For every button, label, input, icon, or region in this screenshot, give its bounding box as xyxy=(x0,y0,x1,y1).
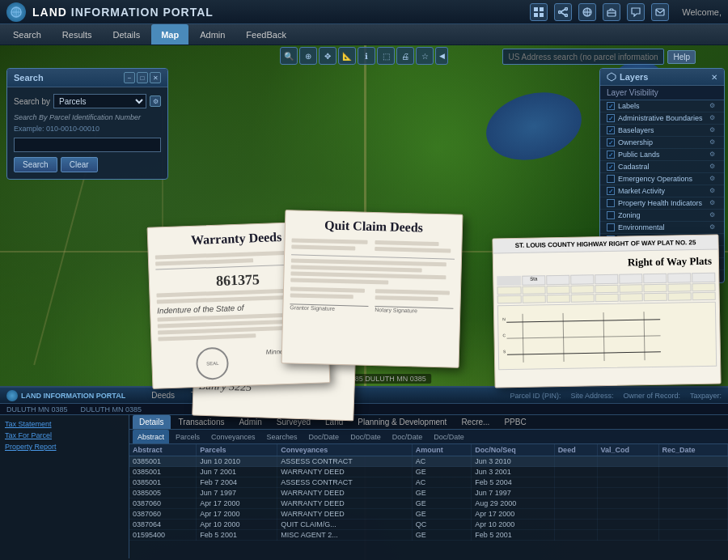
search-submit-btn[interactable]: Search xyxy=(14,157,57,172)
layer-checkbox[interactable]: ✓ xyxy=(607,102,615,110)
gear-icon[interactable]: ⚙ xyxy=(709,102,717,110)
table-row[interactable]: 0387060 Apr 17 2000 WARRANTY DEED GE Apr… xyxy=(129,509,728,520)
col-header-parcels: Parcels xyxy=(197,444,277,456)
tab-map[interactable]: Map xyxy=(151,24,188,45)
quit-claim-deeds-document[interactable]: Quit Claim Deeds xyxy=(281,210,463,368)
bookmark-btn[interactable]: ☆ xyxy=(416,47,434,65)
gear-icon[interactable]: ⚙ xyxy=(709,211,717,219)
tab-admin[interactable]: Admin xyxy=(190,24,235,45)
sub-tab-searches[interactable]: Searches xyxy=(262,430,303,443)
briefcase-icon[interactable] xyxy=(603,3,620,21)
identify-btn[interactable]: ℹ xyxy=(358,47,375,65)
table-row[interactable]: 0385005 Jun 7 1997 WARRANTY DEED GE Jun … xyxy=(129,488,728,498)
layer-checkbox[interactable] xyxy=(607,223,615,231)
panel-close-btn[interactable]: ✕ xyxy=(150,72,161,83)
table-row[interactable]: 0385001 Feb 7 2004 ASSESS CONTRACT AC Fe… xyxy=(129,477,728,488)
sub-tab-abstract[interactable]: Abstract xyxy=(133,430,169,443)
connect-icon[interactable] xyxy=(554,3,572,21)
layer-admin-boundaries[interactable]: ✓ Administrative Boundaries ⚙ xyxy=(600,112,724,125)
layer-checkbox[interactable] xyxy=(607,199,615,207)
tab-results[interactable]: Results xyxy=(53,24,102,45)
select-btn[interactable]: ⬚ xyxy=(377,47,395,65)
layer-cadastral[interactable]: ✓ Cadastral ⚙ xyxy=(600,161,724,173)
layer-checkbox[interactable] xyxy=(607,175,615,183)
search-clear-btn[interactable]: Clear xyxy=(61,157,98,172)
search-input[interactable] xyxy=(14,138,161,152)
pan-btn[interactable]: ✥ xyxy=(319,47,336,65)
layer-checkbox[interactable]: ✓ xyxy=(607,163,615,171)
globe-icon[interactable] xyxy=(578,3,596,21)
sub-tab-doc-date-1[interactable]: Doc/Date xyxy=(304,430,345,443)
layer-checkbox[interactable]: ✓ xyxy=(607,138,615,146)
layer-market-activity[interactable]: ✓ Market Activity ⚙ xyxy=(600,185,724,197)
svg-point-8 xyxy=(559,11,561,13)
search-options-btn[interactable]: ⚙ xyxy=(150,95,161,107)
layers-header-content: Layers xyxy=(607,72,648,82)
help-button[interactable]: Help xyxy=(667,50,696,64)
panel-restore-btn[interactable]: □ xyxy=(137,72,148,83)
data-tab-planning[interactable]: Planning & Development xyxy=(351,415,453,429)
zoom-in-btn[interactable]: 🔍 xyxy=(280,47,298,65)
layer-checkbox[interactable]: ✓ xyxy=(607,187,615,195)
layers-close-btn[interactable]: ✕ xyxy=(711,73,717,82)
layer-checkbox[interactable]: ✓ xyxy=(607,114,615,122)
col-header-abstract: Abstract xyxy=(129,444,197,456)
sub-tab-conveyances[interactable]: Conveyances xyxy=(206,430,260,443)
table-row[interactable]: 01595400 Feb 5 2001 MISC AGENT 2... GE F… xyxy=(129,530,728,541)
address-search-input[interactable] xyxy=(502,49,664,65)
gear-icon[interactable]: ⚙ xyxy=(709,223,717,231)
gear-icon[interactable]: ⚙ xyxy=(709,114,717,122)
data-tab-transactions[interactable]: Transactions xyxy=(172,415,231,429)
chat-icon[interactable] xyxy=(627,3,645,21)
lake-feature xyxy=(479,83,590,170)
gear-icon[interactable]: ⚙ xyxy=(709,151,717,159)
layer-checkbox[interactable]: ✓ xyxy=(607,126,615,134)
grid-icon[interactable] xyxy=(530,3,548,21)
gear-icon[interactable]: ⚙ xyxy=(709,175,717,183)
tab-feedback[interactable]: FeedBack xyxy=(236,24,296,45)
layer-public-lands[interactable]: ✓ Public Lands ⚙ xyxy=(600,149,724,161)
tab-search[interactable]: Search xyxy=(3,24,51,45)
layer-emergency-ops[interactable]: Emergency Operations ⚙ xyxy=(600,173,724,185)
data-tab-ppbc[interactable]: PPBC xyxy=(497,415,532,429)
tab-details[interactable]: Details xyxy=(104,24,150,45)
layer-baselayers[interactable]: ✓ Baselayers ⚙ xyxy=(600,125,724,137)
table-row[interactable]: 0385001 Jun 10 2010 ASSESS CONTRACT AC J… xyxy=(129,456,728,467)
layer-environmental[interactable]: Environmental ⚙ xyxy=(600,222,724,234)
table-row[interactable]: 0385001 Jun 7 2001 WARRANTY DEED GE Jun … xyxy=(129,467,728,477)
sub-tab-doc-date-2[interactable]: Doc/Date xyxy=(345,430,386,443)
mail-icon[interactable] xyxy=(651,3,669,21)
gear-icon[interactable]: ⚙ xyxy=(709,163,717,171)
data-tab-recre[interactable]: Recre... xyxy=(455,415,496,429)
sub-tab-doc-date-4[interactable]: Doc/Date xyxy=(429,430,469,443)
property-report-link[interactable]: Property Report xyxy=(5,443,57,451)
col-header-doc: Doc/No/Seq xyxy=(472,444,554,456)
zoom-extent-btn[interactable]: ⊕ xyxy=(299,47,317,65)
search-by-select[interactable]: Parcels xyxy=(53,94,146,108)
panel-minimize-btn[interactable]: − xyxy=(124,72,135,83)
data-tab-details[interactable]: Details xyxy=(133,415,171,429)
layer-checkbox[interactable] xyxy=(607,211,615,219)
svg-point-10 xyxy=(565,14,568,16)
layer-property-health[interactable]: Property Health Indicators ⚙ xyxy=(600,197,724,210)
gear-icon[interactable]: ⚙ xyxy=(709,138,717,146)
layer-checkbox[interactable]: ✓ xyxy=(607,151,615,159)
bottom-tab-deeds[interactable]: Deeds xyxy=(145,391,181,400)
collapse-toolbar-btn[interactable]: ◀ xyxy=(435,47,448,65)
layer-zoning[interactable]: Zoning ⚙ xyxy=(600,210,724,222)
print-btn[interactable]: 🖨 xyxy=(396,47,414,65)
gear-icon[interactable]: ⚙ xyxy=(709,187,717,195)
layer-labels[interactable]: ✓ Labels ⚙ xyxy=(600,100,724,112)
property-report-link-row: Property Report xyxy=(5,443,124,451)
row-plat-document[interactable]: ST. LOUIS COUNTY HIGHWAY RIGHT OF WAY PL… xyxy=(492,235,721,388)
tax-statement-link[interactable]: Tax Statement xyxy=(5,420,52,428)
gear-icon[interactable]: ⚙ xyxy=(709,126,717,134)
table-row[interactable]: 0387064 Apr 10 2000 QUIT CLAIM/G... QC A… xyxy=(129,520,728,530)
gear-icon[interactable]: ⚙ xyxy=(709,199,717,207)
sub-tab-doc-date-3[interactable]: Doc/Date xyxy=(387,430,428,443)
tax-for-parcel-link[interactable]: Tax For Parcel xyxy=(5,431,52,439)
sub-tab-parcels[interactable]: Parcels xyxy=(171,430,205,443)
layer-ownership[interactable]: ✓ Ownership ⚙ xyxy=(600,137,724,149)
table-row[interactable]: 0387060 Apr 17 2000 WARRANTY DEED GE Aug… xyxy=(129,498,728,509)
measure-btn[interactable]: 📐 xyxy=(338,47,356,65)
